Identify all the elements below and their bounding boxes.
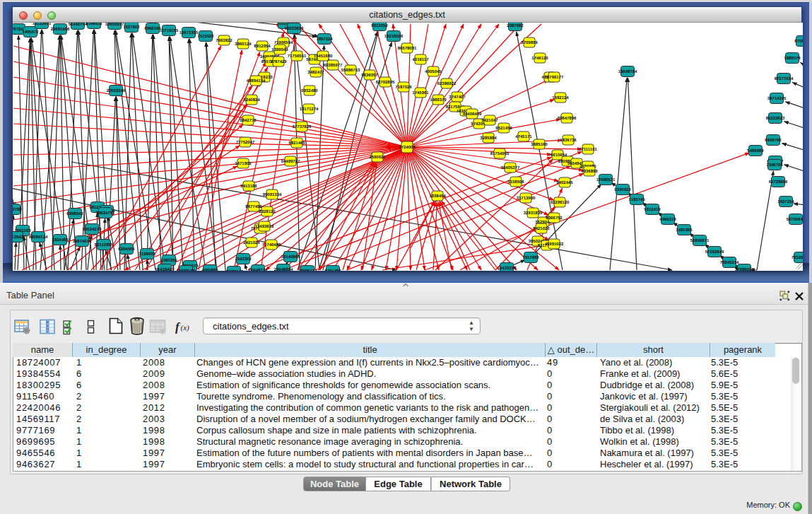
svg-text:16033809: 16033809: [285, 26, 304, 31]
svg-text:16648784: 16648784: [618, 69, 637, 74]
svg-text:31713900: 31713900: [517, 196, 536, 201]
svg-text:1592124: 1592124: [552, 95, 569, 100]
svg-text:2787429: 2787429: [270, 59, 287, 64]
svg-text:45991022: 45991022: [545, 242, 564, 247]
svg-text:34624751: 34624751: [96, 211, 115, 216]
svg-text:1745961: 1745961: [412, 90, 429, 95]
svg-text:00766177: 00766177: [545, 75, 564, 80]
svg-text:20053346: 20053346: [107, 88, 126, 93]
svg-text:8421020: 8421020: [533, 226, 550, 231]
svg-text:9521456: 9521456: [495, 126, 512, 131]
svg-text:0932480: 0932480: [301, 88, 318, 93]
svg-text:8148932: 8148932: [86, 23, 102, 26]
svg-text:3482477: 3482477: [307, 70, 324, 75]
svg-text:5009788: 5009788: [13, 207, 22, 212]
svg-text:04499727: 04499727: [281, 159, 300, 164]
svg-text:4060883: 4060883: [201, 268, 218, 271]
svg-text:01429401: 01429401: [155, 267, 175, 271]
svg-text:17080531: 17080531: [596, 177, 616, 182]
svg-text:6998543: 6998543: [66, 211, 83, 216]
svg-text:96405377: 96405377: [501, 165, 520, 170]
svg-text:9912419: 9912419: [644, 207, 661, 212]
svg-text:62702895: 62702895: [376, 80, 395, 85]
svg-text:8708317: 8708317: [794, 39, 803, 44]
svg-text:81754965: 81754965: [490, 151, 510, 156]
svg-text:7889579: 7889579: [784, 56, 801, 61]
svg-text:5158506: 5158506: [507, 180, 524, 185]
svg-text:54145868: 54145868: [281, 255, 300, 259]
svg-text:3685160: 3685160: [531, 142, 548, 147]
svg-text:10122691: 10122691: [33, 23, 52, 26]
svg-text:0330923: 0330923: [614, 187, 631, 192]
svg-text:87277434: 87277434: [775, 76, 794, 81]
svg-text:29946804: 29946804: [274, 267, 293, 271]
svg-text:13493618: 13493618: [255, 224, 274, 229]
svg-text:8721489: 8721489: [324, 269, 341, 271]
svg-text:9402445: 9402445: [556, 180, 573, 185]
svg-text:81223623: 81223623: [766, 116, 785, 121]
svg-text:1405572: 1405572: [22, 30, 39, 35]
svg-text:86578091: 86578091: [398, 46, 417, 51]
svg-text:1627204: 1627204: [777, 199, 794, 204]
svg-text:2328120: 2328120: [259, 209, 276, 214]
svg-text:7187026: 7187026: [395, 85, 412, 90]
svg-text:1724007: 1724007: [399, 145, 416, 150]
svg-text:8677496: 8677496: [245, 204, 262, 209]
svg-text:55698169: 55698169: [177, 269, 196, 271]
svg-text:27111161: 27111161: [579, 147, 597, 152]
svg-text:(x): (x): [181, 323, 190, 332]
svg-text:51462704: 51462704: [69, 23, 88, 27]
svg-text:60385977: 60385977: [324, 63, 343, 68]
svg-text:10719155: 10719155: [160, 28, 179, 33]
svg-text:1836736: 1836736: [560, 138, 577, 143]
svg-text:4005045: 4005045: [425, 69, 442, 74]
svg-text:51850671: 51850671: [690, 238, 710, 243]
svg-text:4936899: 4936899: [581, 169, 598, 174]
svg-text:10653287: 10653287: [105, 23, 124, 27]
svg-text:0842710: 0842710: [240, 118, 257, 123]
svg-text:9636057: 9636057: [361, 73, 378, 78]
svg-text:4745171: 4745171: [515, 134, 532, 139]
svg-text:65648236: 65648236: [249, 268, 268, 271]
svg-text:5240824: 5240824: [243, 98, 260, 103]
svg-text:1938454: 1938454: [429, 194, 446, 199]
svg-text:77752047: 77752047: [236, 140, 255, 145]
svg-text:71746488: 71746488: [262, 243, 281, 247]
svg-text:2590027: 2590027: [369, 155, 386, 160]
svg-text:5466889: 5466889: [747, 148, 764, 153]
svg-text:62386922: 62386922: [437, 81, 457, 86]
svg-text:71756551: 71756551: [288, 54, 307, 59]
svg-text:3285884: 3285884: [480, 136, 497, 141]
svg-text:98084124: 98084124: [29, 235, 48, 240]
svg-text:62729806: 62729806: [769, 180, 788, 185]
svg-text:7663822: 7663822: [216, 38, 233, 43]
svg-text:25135427: 25135427: [13, 235, 26, 240]
svg-text:6204505: 6204505: [118, 247, 135, 252]
svg-text:7857224: 7857224: [316, 37, 333, 42]
svg-text:9421047: 9421047: [481, 118, 498, 123]
svg-text:80112805: 80112805: [95, 243, 114, 247]
svg-text:55886753: 55886753: [341, 68, 360, 73]
svg-text:20691406: 20691406: [51, 27, 70, 32]
svg-text:2087682: 2087682: [507, 23, 524, 28]
svg-text:1969379: 1969379: [430, 98, 447, 103]
svg-text:7515526: 7515526: [197, 34, 214, 39]
svg-text:7193745: 7193745: [628, 197, 645, 202]
svg-text:61595148: 61595148: [225, 269, 244, 271]
svg-text:49894134: 49894134: [247, 78, 266, 83]
svg-text:57262849: 57262849: [705, 250, 724, 255]
svg-text:10671355: 10671355: [180, 30, 199, 35]
svg-text:7917693: 7917693: [522, 255, 539, 260]
svg-text:36995777: 36995777: [298, 269, 317, 271]
svg-text:3860124: 3860124: [235, 42, 252, 47]
svg-text:7543303: 7543303: [235, 257, 252, 262]
svg-text:3158692: 3158692: [139, 252, 155, 257]
svg-text:1491905: 1491905: [676, 228, 693, 233]
svg-text:1527602: 1527602: [123, 25, 140, 30]
svg-text:8366752: 8366752: [546, 216, 563, 221]
svg-text:8813054: 8813054: [371, 23, 388, 28]
svg-text:4316117: 4316117: [412, 57, 429, 62]
svg-text:6658760: 6658760: [765, 138, 782, 143]
svg-text:19218506: 19218506: [384, 34, 404, 39]
svg-text:13171274: 13171274: [300, 107, 319, 112]
